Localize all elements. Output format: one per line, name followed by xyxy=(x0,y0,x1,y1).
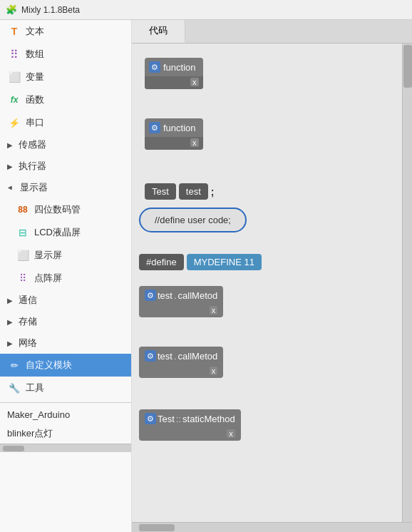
chuanganqi-arrow: ▶ xyxy=(7,141,13,149)
sidebar-label-sishujieguan: 四位数码管 xyxy=(34,203,81,216)
app-title: Mixly 1.1.8Beta xyxy=(21,5,80,15)
call-method-1: callMetod xyxy=(178,290,218,301)
shuju-icon: ⠿ xyxy=(7,47,21,61)
chuankou-icon: ⚡ xyxy=(7,116,21,130)
static-method-block[interactable]: ⚙ Test :: staticMethod x xyxy=(139,409,241,441)
xianshiping-icon: ⬜ xyxy=(16,248,30,262)
sidebar-label-shuju: 数组 xyxy=(26,48,44,61)
sidebar-item-chuanganqi[interactable]: ▶ 传感器 xyxy=(0,134,131,155)
sidebar-item-zidingyi[interactable]: ✏ 自定义模块 xyxy=(0,354,131,377)
sidebar-bottom-scrollbar[interactable] xyxy=(0,444,131,452)
sidebar-item-bianliang[interactable]: ⬜ 变量 xyxy=(0,66,131,88)
sidebar-item-wangluo[interactable]: ▶ 网络 xyxy=(0,332,131,354)
xianshiqi-arrow: ▼ xyxy=(6,184,14,191)
define-name: MYDEFINE 11 xyxy=(187,254,262,270)
function-x-1[interactable]: x xyxy=(190,78,199,86)
title-bar: 🧩 Mixly 1.1.8Beta xyxy=(0,0,412,20)
sidebar-item-dianzhen[interactable]: ⠿ 点阵屏 xyxy=(0,267,131,290)
canvas-scrollbar[interactable] xyxy=(402,44,412,522)
tab-bar: 代码 xyxy=(132,20,412,44)
sidebar-label-lcd: LCD液晶屏 xyxy=(34,226,81,239)
hanshu-icon: fx xyxy=(7,93,21,107)
canvas-bottom-scrollbar[interactable] xyxy=(132,522,412,532)
canvas-scrollbar-thumb xyxy=(403,45,412,88)
call-obj-1: test xyxy=(158,290,172,301)
sidebar-label-zhixingqi: 执行器 xyxy=(19,160,46,173)
content-area: 代码 ⚙ function x xyxy=(132,20,412,532)
sidebar-item-xianshiping[interactable]: ⬜ 显示屏 xyxy=(0,244,131,267)
sidebar-label-hanshu: 函数 xyxy=(26,93,44,106)
call-method-2: callMetod xyxy=(178,351,218,362)
sidebar-item-tongxin[interactable]: ▶ 通信 xyxy=(0,290,131,311)
test-test-block[interactable]: Test test ; xyxy=(145,183,214,200)
gear-icon-1[interactable]: ⚙ xyxy=(149,61,160,73)
sishujieguan-icon: 88 xyxy=(16,203,30,217)
call-method-block-1[interactable]: ⚙ test . callMetod x xyxy=(139,286,223,317)
call-x-1[interactable]: x xyxy=(210,306,218,314)
sidebar-item-hanshu[interactable]: fx 函数 xyxy=(0,88,131,111)
tab-code-label: 代码 xyxy=(149,25,168,36)
gear-icon-static[interactable]: ⚙ xyxy=(145,413,156,424)
sidebar-item-lcd[interactable]: ⊟ LCD液晶屏 xyxy=(0,221,131,244)
sidebar-label-gongju: 工具 xyxy=(26,382,44,394)
static-method: staticMethod xyxy=(182,414,235,424)
call-obj-2: test xyxy=(158,351,172,362)
sidebar-label-zidingyi: 自定义模块 xyxy=(26,359,72,372)
cunchu-arrow: ▶ xyxy=(7,318,13,326)
sidebar-label-xianshiqi: 显示器 xyxy=(20,181,48,194)
static-x[interactable]: x xyxy=(227,429,235,438)
bianliang-icon: ⬜ xyxy=(7,70,21,84)
sidebar-item-cunchu[interactable]: ▶ 存储 xyxy=(0,311,131,332)
app-icon: 🧩 xyxy=(6,4,17,16)
sidebar-item-gongju[interactable]: 🔧 工具 xyxy=(0,377,131,399)
wenben-icon: T xyxy=(7,24,21,39)
static-obj: Test xyxy=(158,414,175,424)
sidebar-item-blinker[interactable]: blinker点灯 xyxy=(0,424,131,444)
call-dot-1: . xyxy=(174,290,177,301)
sidebar-item-sishujieguan[interactable]: 88 四位数码管 xyxy=(0,198,131,221)
zidingyi-icon: ✏ xyxy=(7,358,21,372)
sidebar-label-cunchu: 存储 xyxy=(19,315,37,328)
define-code-block[interactable]: //define user code; xyxy=(139,208,247,232)
sidebar-label-dianzhen: 点阵屏 xyxy=(34,272,62,285)
call-x-2[interactable]: x xyxy=(210,367,218,375)
zhixingqi-arrow: ▶ xyxy=(7,163,13,170)
function-label-2: function xyxy=(163,123,196,133)
main-layout: T 文本 ⠿ 数组 ⬜ 变量 fx 函数 ⚡ 串口 ▶ 传感器 xyxy=(0,20,412,532)
test-left: Test xyxy=(145,183,176,200)
define-keyword: #define xyxy=(139,254,184,270)
dianzhen-icon: ⠿ xyxy=(16,271,30,285)
canvas-bottom-scrollbar-thumb xyxy=(139,524,175,531)
sidebar-label-xianshiping: 显示屏 xyxy=(34,249,62,262)
sidebar-item-zhixingqi[interactable]: ▶ 执行器 xyxy=(0,155,131,177)
tongxin-arrow: ▶ xyxy=(7,297,13,305)
lcd-icon: ⊟ xyxy=(16,225,30,240)
sidebar-item-maker-arduino[interactable]: Maker_Arduino xyxy=(0,406,131,424)
call-dot-2: . xyxy=(174,351,177,362)
sidebar-item-xianshiqi[interactable]: ▼ 显示器 xyxy=(0,177,131,198)
sidebar-label-wangluo: 网络 xyxy=(19,337,37,349)
function-block-2[interactable]: ⚙ function x xyxy=(145,118,203,150)
tab-code[interactable]: 代码 xyxy=(132,20,185,43)
sidebar-label-chuankou: 串口 xyxy=(26,116,44,129)
hash-define-block[interactable]: #define MYDEFINE 11 xyxy=(139,254,262,270)
gongju-icon: 🔧 xyxy=(7,381,21,395)
sidebar-item-chuankou[interactable]: ⚡ 串口 xyxy=(0,111,131,134)
sidebar-label-chuanganqi: 传感器 xyxy=(19,138,46,151)
function-block-1[interactable]: ⚙ function x xyxy=(145,58,203,89)
define-code-text: //define user code; xyxy=(155,215,231,225)
sidebar-item-wenben[interactable]: T 文本 xyxy=(0,20,131,43)
sidebar-label-tongxin: 通信 xyxy=(19,294,37,307)
wangluo-arrow: ▶ xyxy=(7,339,13,347)
call-method-block-2[interactable]: ⚙ test . callMetod x xyxy=(139,347,223,378)
gear-icon-call1[interactable]: ⚙ xyxy=(145,290,156,301)
gear-icon-2[interactable]: ⚙ xyxy=(149,122,160,133)
sidebar-label-bianliang: 变量 xyxy=(26,71,44,83)
function-x-2[interactable]: x xyxy=(190,138,199,147)
blocks-canvas[interactable]: ⚙ function x ⚙ function xyxy=(132,44,412,522)
function-label-1: function xyxy=(163,62,196,73)
gear-icon-call2[interactable]: ⚙ xyxy=(145,350,156,362)
sidebar-item-shuju[interactable]: ⠿ 数组 xyxy=(0,43,131,66)
sidebar: T 文本 ⠿ 数组 ⬜ 变量 fx 函数 ⚡ 串口 ▶ 传感器 xyxy=(0,20,132,532)
maker-arduino-label: Maker_Arduino xyxy=(7,409,70,420)
